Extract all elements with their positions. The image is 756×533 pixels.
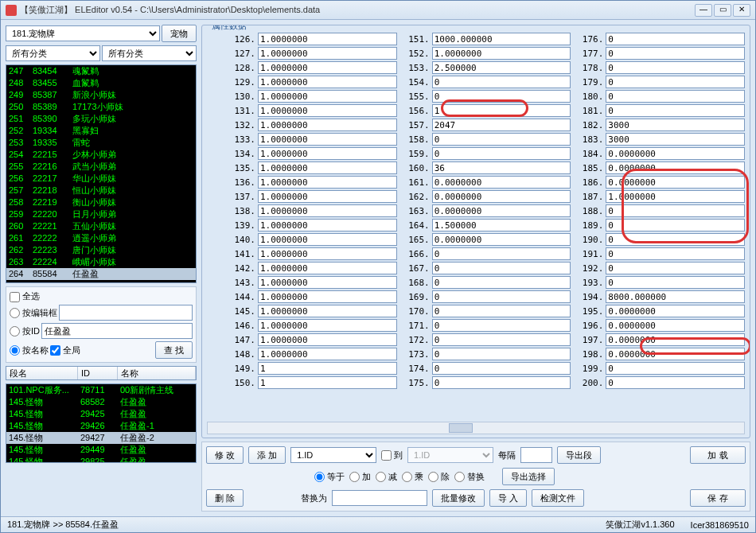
export-selection-button[interactable]: 导出选择 [502,468,555,485]
property-input[interactable] [258,233,397,246]
edit-search-input[interactable] [59,305,193,321]
list-item[interactable]: 24783454魂鬣鹈 [6,65,196,77]
property-input[interactable] [432,233,571,246]
result-item[interactable]: 145.怪物68582任盈盈 [6,396,196,408]
list-item[interactable]: 26022221五仙小师妹 [6,220,196,232]
property-input[interactable] [432,147,571,160]
property-input[interactable] [606,61,745,74]
property-input[interactable] [432,161,571,174]
property-input[interactable] [258,119,397,131]
op-minus-radio[interactable]: 减 [376,471,397,483]
property-input[interactable] [258,61,397,74]
property-input[interactable] [432,61,571,74]
property-input[interactable] [606,333,745,346]
list-item[interactable]: 24985387新浪小师妹 [6,89,196,101]
load-button[interactable]: 加 载 [690,446,746,464]
list-item[interactable]: 25522216武当小师弟 [6,161,196,173]
property-input[interactable] [606,247,745,260]
op-plus-radio[interactable]: 加 [349,471,371,483]
property-input[interactable] [606,90,745,103]
list-item[interactable]: 25422215少林小师弟 [6,149,196,161]
property-input[interactable] [258,219,397,231]
property-input[interactable] [432,204,571,217]
property-input[interactable] [606,176,745,189]
property-input[interactable] [432,176,571,189]
list-item[interactable]: 26485584任盈盈 [6,268,196,280]
replace-input[interactable] [332,490,427,506]
property-input[interactable] [258,176,397,189]
property-input[interactable] [258,90,397,103]
property-input[interactable] [606,76,745,88]
property-input[interactable] [258,362,397,375]
save-button[interactable]: 保 存 [690,489,746,507]
field-from-combo[interactable]: 1.ID [290,447,376,463]
property-input[interactable] [432,119,571,131]
global-check[interactable]: 全局 [50,344,80,356]
filter2-combo[interactable]: 所有分类 [102,45,197,61]
property-input[interactable] [606,262,745,274]
export-segment-button[interactable]: 导出段 [557,446,601,464]
check-file-button[interactable]: 检测文件 [532,489,584,507]
property-input[interactable] [258,276,397,289]
section-combo[interactable]: 181.宠物牌 [6,25,160,41]
list-item[interactable]: 24883455血鬣鹈 [6,77,196,89]
property-input[interactable] [258,262,397,274]
result-list[interactable]: 101.NPC服务...7871100新剧情主线145.怪物68582任盈盈14… [6,383,197,463]
property-input[interactable] [258,376,397,389]
list-item[interactable]: 25219334黑寡妇 [6,125,196,137]
property-input[interactable] [606,276,745,289]
list-item[interactable]: 26222223唐门小师妹 [6,244,196,256]
property-input[interactable] [432,219,571,231]
property-input[interactable] [606,305,745,317]
every-input[interactable] [520,447,552,463]
op-mul-radio[interactable]: 乘 [402,471,423,483]
property-input[interactable] [606,104,745,117]
by-id-radio[interactable]: 按ID [10,325,40,337]
property-input[interactable] [432,104,571,117]
property-input[interactable] [258,47,397,60]
list-item[interactable]: 2508538917173小师妹 [6,101,196,113]
property-input[interactable] [606,33,745,45]
list-item[interactable]: 26322224峨嵋小师妹 [6,256,196,268]
property-input[interactable] [606,290,745,303]
property-input[interactable] [258,333,397,346]
field-to-combo[interactable]: 1.ID [407,447,493,463]
property-input[interactable] [432,376,571,389]
property-input[interactable] [606,47,745,60]
property-input[interactable] [606,204,745,217]
property-input[interactable] [432,90,571,103]
property-input[interactable] [432,305,571,317]
property-input[interactable] [606,119,745,131]
result-item[interactable]: 145.怪物29425任盈盈 [6,408,196,420]
list-item[interactable]: 25822219衡山小师妹 [6,196,196,208]
by-name-radio[interactable]: 按名称 [10,344,49,356]
import-button[interactable]: 导 入 [489,489,527,507]
property-input[interactable] [258,133,397,146]
property-input[interactable] [432,348,571,360]
property-input[interactable] [432,319,571,332]
result-item[interactable]: 101.NPC服务...7871100新剧情主线 [6,384,196,396]
by-edit-radio[interactable]: 按编辑框 [10,307,57,319]
property-input[interactable] [606,376,745,389]
property-input[interactable] [432,76,571,88]
list-item[interactable]: 25722218恒山小师妹 [6,185,196,196]
batch-modify-button[interactable]: 批量修改 [432,489,485,507]
property-input[interactable] [432,276,571,289]
delete-button[interactable]: 删 除 [206,489,244,507]
result-item[interactable]: 145.怪物29427任盈盈-2 [6,432,196,444]
list-item[interactable]: 25185390多玩小师妹 [6,113,196,125]
property-input[interactable] [432,190,571,203]
modify-button[interactable]: 修 改 [206,446,244,464]
section-button[interactable]: 宠物 [162,25,197,42]
maximize-button[interactable]: ▭ [714,4,731,17]
property-input[interactable] [258,33,397,45]
property-input[interactable] [432,47,571,60]
property-input[interactable] [432,262,571,274]
property-input[interactable] [606,233,745,246]
property-input[interactable] [258,247,397,260]
list-item[interactable]: 25622217华山小师妹 [6,173,196,185]
item-list[interactable]: 24783454魂鬣鹈24883455血鬣鹈24985387新浪小师妹25085… [6,64,197,283]
property-input[interactable] [258,305,397,317]
close-button[interactable]: ✕ [733,4,750,17]
result-item[interactable]: 145.怪物29449任盈盈 [6,444,196,456]
